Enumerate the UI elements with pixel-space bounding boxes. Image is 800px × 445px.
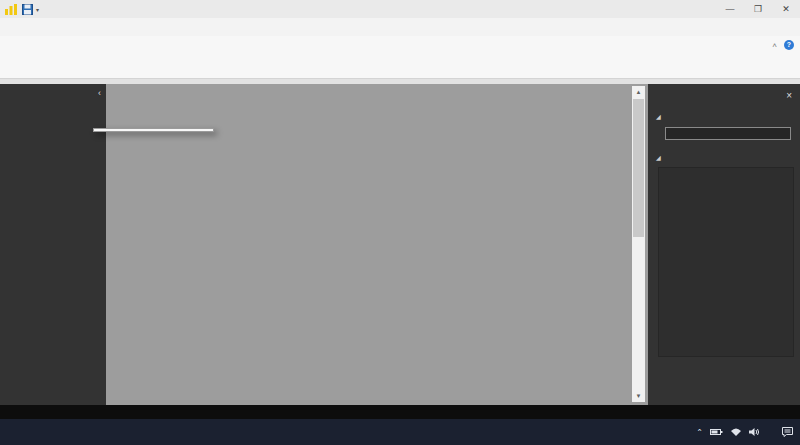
collapse-triangle-icon: ◢ (656, 154, 661, 161)
vertical-scrollbar[interactable]: ▲ ▼ (632, 86, 645, 402)
scroll-up-icon[interactable]: ▲ (632, 86, 645, 98)
battery-icon[interactable] (710, 427, 723, 437)
scroll-down-icon[interactable]: ▼ (632, 390, 645, 402)
collapse-ribbon-icon[interactable]: ˄ (772, 41, 777, 50)
close-button[interactable]: ✕ (772, 0, 800, 18)
close-icon[interactable]: × (786, 90, 792, 101)
applied-steps-section-header[interactable]: ◢ (648, 150, 800, 164)
show-hidden-icons-icon[interactable]: ⌃ (696, 428, 703, 437)
properties-section-header[interactable]: ◢ (648, 109, 800, 123)
queries-panel: ‹ (0, 84, 106, 405)
restore-button[interactable]: ❐ (744, 0, 772, 18)
windows-taskbar: ⌃ (0, 419, 800, 445)
help-icon[interactable]: ? (784, 40, 794, 50)
wifi-icon[interactable] (730, 427, 742, 437)
quick-access-dropdown-icon[interactable]: ▾ (36, 6, 39, 13)
power-bi-query-editor-window: ▾ — ❐ ✕ ˄ ? ‹ ▲ ▼ (0, 0, 800, 445)
applied-steps-list (658, 167, 794, 357)
scrollbar-thumb[interactable] (633, 99, 644, 237)
system-tray: ⌃ (696, 426, 800, 438)
query-settings-panel: × ◢ ◢ (648, 84, 800, 405)
ribbon-tab-bar (0, 18, 800, 36)
data-preview-pane: ▲ ▼ (106, 84, 648, 405)
title-bar: ▾ — ❐ ✕ (0, 0, 800, 18)
save-icon[interactable] (22, 4, 33, 15)
query-context-menu (93, 128, 214, 132)
power-bi-logo-icon (5, 4, 18, 15)
collapse-triangle-icon: ◢ (656, 113, 661, 120)
action-center-icon[interactable] (781, 426, 794, 438)
ribbon (0, 36, 800, 79)
status-bar (0, 405, 800, 419)
speaker-icon[interactable] (749, 427, 760, 437)
minimize-button[interactable]: — (716, 0, 744, 18)
chevron-left-icon[interactable]: ‹ (98, 88, 101, 98)
query-name-input[interactable] (665, 127, 791, 140)
